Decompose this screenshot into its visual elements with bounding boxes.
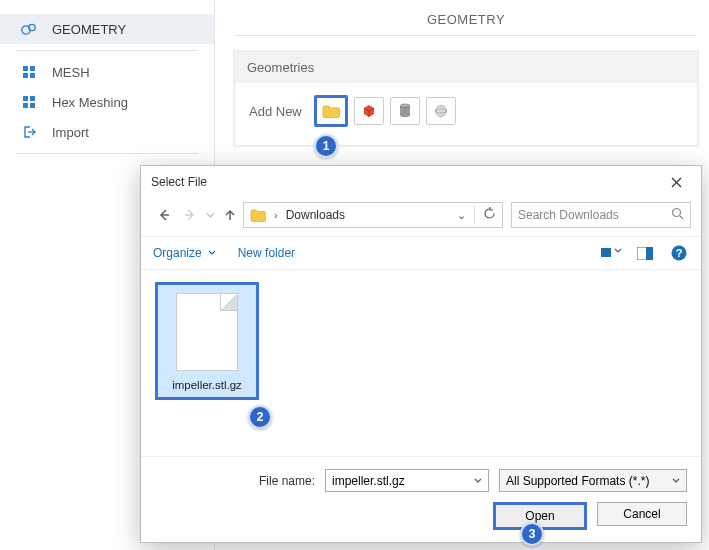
add-new-label: Add New [249,104,302,119]
file-item-selected[interactable]: impeller.stl.gz [155,282,259,400]
nav-item-geometry[interactable]: GEOMETRY [0,14,214,44]
svg-text:?: ? [676,247,683,259]
svg-rect-16 [601,248,611,257]
nav-forward-button[interactable] [177,203,203,227]
import-icon [20,123,38,141]
page-title: GEOMETRY [235,0,697,36]
chevron-down-icon [206,211,215,220]
cylinder-icon [398,103,412,119]
red-cube-icon [361,103,377,119]
svg-point-15 [673,209,681,217]
nav-label-hexmeshing: Hex Meshing [52,95,128,110]
add-sphere-button[interactable] [426,97,456,125]
chevron-down-icon [208,249,216,257]
refresh-button[interactable] [483,206,496,224]
file-format-value: All Supported Formats (*.*) [506,474,649,488]
refresh-icon [483,207,496,220]
nav-back-button[interactable] [151,203,177,227]
close-button[interactable] [657,170,695,194]
hexmesh-icon [20,93,38,111]
search-placeholder: Search Downloads [518,208,663,222]
search-icon [671,207,684,223]
select-file-dialog: Select File › Downloads ⌄ Search Downloa… [140,165,702,543]
svg-rect-7 [30,96,35,101]
folder-icon [322,104,340,118]
file-name-input[interactable]: impeller.stl.gz [325,469,489,492]
svg-rect-3 [30,66,35,71]
file-name-label: File name: [259,474,315,488]
nav-item-mesh[interactable]: MESH [0,57,214,87]
nav-label-mesh: MESH [52,65,90,80]
add-box-button[interactable] [354,97,384,125]
help-icon: ? [671,245,687,261]
search-input[interactable]: Search Downloads [511,202,691,228]
file-format-dropdown[interactable]: All Supported Formats (*.*) [499,469,687,492]
nav-divider [16,153,198,154]
add-from-file-button[interactable] [314,95,348,127]
chevron-right-icon: › [274,209,278,221]
breadcrumb-current: Downloads [286,208,449,222]
geometry-icon [20,20,38,38]
file-thumbnail [176,293,238,371]
chevron-down-icon[interactable]: ⌄ [457,209,466,222]
close-icon [671,177,682,188]
chevron-down-icon [474,477,482,485]
breadcrumb-box[interactable]: › Downloads ⌄ [243,202,503,228]
nav-divider [16,50,198,51]
nav-label-import: Import [52,125,89,140]
thumbnails-icon [601,246,621,260]
nav-label-geometry: GEOMETRY [52,22,126,37]
arrow-left-icon [157,208,171,222]
svg-rect-5 [30,73,35,78]
dialog-title: Select File [151,175,207,189]
svg-rect-18 [646,247,653,260]
nav-history-button[interactable] [203,203,217,227]
help-button[interactable]: ? [669,243,689,263]
file-name-label: impeller.stl.gz [162,379,252,391]
svg-rect-4 [23,73,28,78]
arrow-up-icon [223,208,237,222]
organize-dropdown[interactable]: Organize [153,246,216,260]
step-badge-3: 3 [520,522,544,546]
nav-item-import[interactable]: Import [0,117,214,147]
step-badge-1: 1 [314,134,338,158]
svg-rect-9 [30,103,35,108]
pane-icon [637,247,653,260]
step-badge-2: 2 [248,405,272,429]
file-name-value: impeller.stl.gz [332,474,405,488]
arrow-right-icon [183,208,197,222]
panel-heading: Geometries [235,52,697,83]
cancel-button[interactable]: Cancel [597,502,687,526]
sphere-icon [433,103,449,119]
chevron-down-icon [672,477,680,485]
geometries-panel: Geometries Add New [233,50,699,147]
folder-icon [250,209,266,222]
organize-label: Organize [153,246,202,260]
preview-pane-button[interactable] [635,243,655,263]
mesh-icon [20,63,38,81]
nav-item-hexmeshing[interactable]: Hex Meshing [0,87,214,117]
view-mode-button[interactable] [601,243,621,263]
svg-rect-6 [23,96,28,101]
add-cylinder-button[interactable] [390,97,420,125]
nav-up-button[interactable] [217,203,243,227]
svg-rect-2 [23,66,28,71]
new-folder-button[interactable]: New folder [238,246,295,260]
svg-rect-8 [23,103,28,108]
